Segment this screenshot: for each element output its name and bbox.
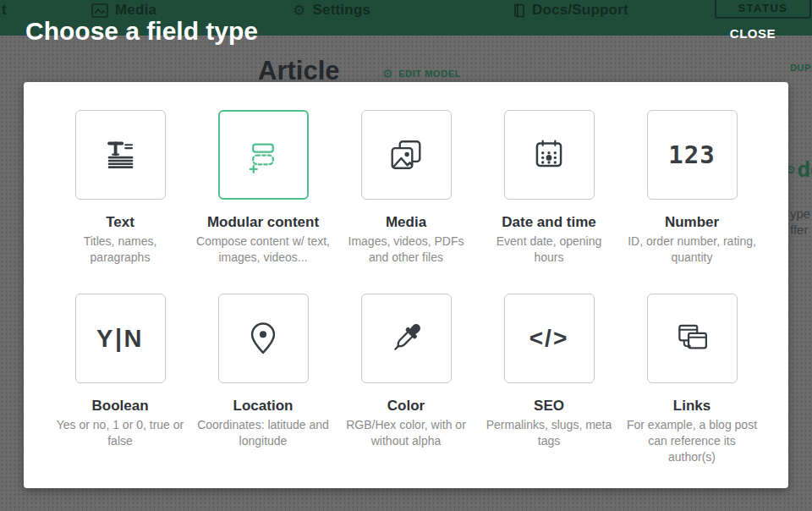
field-type-description: Permalinks, slugs, meta tags (482, 417, 616, 449)
field-type-icon-box: Y|N (75, 294, 166, 383)
text-icon (97, 132, 143, 178)
field-type-title: Media (386, 214, 426, 231)
field-type-color[interactable]: Color RGB/Hex color, with or without alp… (335, 294, 478, 465)
field-type-links[interactable]: Links For example, a blog post can refer… (621, 294, 764, 465)
field-type-icon-box (75, 110, 166, 200)
field-type-icon-box (218, 294, 309, 383)
field-type-title: Modular content (207, 214, 319, 231)
field-type-title: Boolean (91, 398, 148, 415)
field-type-icon-box (504, 110, 595, 200)
gear-icon: ⚙ (382, 68, 393, 80)
field-type-icon-box (647, 294, 738, 383)
field-type-grid: Text Titles, names, paragraphs Modular c… (24, 82, 788, 465)
field-type-description: Titles, names, paragraphs (53, 234, 187, 266)
field-type-modal: Text Titles, names, paragraphs Modular c… (24, 82, 788, 488)
edit-model-label: EDIT MODEL (398, 69, 461, 79)
nav-item-media[interactable]: Media (91, 2, 156, 19)
field-type-description: Compose content w/ text, images, videos.… (196, 234, 330, 266)
nav-item-label: Docs/Support (532, 2, 628, 19)
dialog-title: Choose a field type (25, 17, 258, 46)
nav-item-docs-support[interactable]: Docs/Support (513, 2, 628, 19)
field-type-date-and-time[interactable]: Date and time Event date, opening hours (478, 110, 621, 266)
field-type-description: Images, videos, PDFs and other files (339, 234, 473, 266)
field-type-text[interactable]: Text Titles, names, paragraphs (49, 110, 192, 266)
links-icon (669, 316, 715, 361)
nav-item-label: Settings (312, 2, 370, 19)
field-type-icon-box: </> (504, 294, 595, 383)
gear-icon: ⚙ (293, 3, 305, 18)
field-type-description: ID, order number, rating, quantity (625, 234, 759, 266)
field-type-title: Date and time (502, 214, 595, 231)
field-type-number[interactable]: 123 Number ID, order number, rating, qua… (621, 110, 764, 266)
field-type-title: Color (387, 398, 425, 415)
field-type-title: Location (233, 398, 294, 415)
background-fragment-ype: ype (790, 206, 810, 221)
field-type-icon-box: 123 (647, 110, 738, 200)
field-type-description: Coordinates: latitude and longitude (196, 417, 330, 449)
nav-item-label: Media (115, 2, 156, 19)
media-icon (383, 132, 429, 178)
modular-content-icon (240, 132, 286, 178)
field-type-boolean[interactable]: Y|N Boolean Yes or no, 1 or 0, true or f… (49, 294, 192, 465)
location-pin-icon (240, 316, 286, 361)
boolean-icon: Y|N (96, 327, 144, 351)
background-fragment-de: ⚙ de (786, 157, 812, 182)
screen: t Media ⚙ Settings Docs/Support STATUS (0, 0, 812, 511)
field-type-modular-content[interactable]: Modular content Compose content w/ text,… (192, 110, 335, 266)
close-button[interactable]: CLOSE (730, 26, 776, 41)
background-fragment-ffer: ffer (790, 223, 808, 237)
field-type-icon-box (361, 110, 452, 200)
edit-model-link[interactable]: ⚙ EDIT MODEL (382, 68, 461, 80)
field-type-description: Event date, opening hours (482, 234, 616, 266)
field-type-title: SEO (534, 398, 564, 415)
status-button[interactable]: STATUS (715, 0, 811, 19)
field-type-description: RGB/Hex color, with or without alpha (339, 417, 473, 449)
field-type-description: Yes or no, 1 or 0, true or false (53, 417, 187, 449)
nav-item-settings[interactable]: ⚙ Settings (293, 2, 370, 19)
field-type-title: Links (673, 398, 710, 415)
field-type-location[interactable]: Location Coordinates: latitude and longi… (192, 294, 335, 465)
duplicate-link-partial[interactable]: DUPLI (790, 63, 812, 73)
code-icon: </> (529, 327, 568, 350)
field-type-title: Text (106, 214, 134, 231)
eyedropper-icon (383, 316, 429, 361)
field-type-seo[interactable]: </> SEO Permalinks, slugs, meta tags (478, 294, 621, 465)
fragment-text: de (798, 157, 812, 182)
book-icon (513, 3, 525, 18)
field-type-media[interactable]: Media Images, videos, PDFs and other fil… (335, 110, 478, 266)
field-type-icon-box (361, 294, 452, 383)
field-type-description: For example, a blog post can reference i… (625, 417, 759, 465)
media-nav-icon (91, 3, 108, 18)
number-icon: 123 (668, 143, 715, 168)
calendar-icon (526, 132, 572, 178)
field-type-title: Number (665, 214, 719, 231)
nav-item-content-partial[interactable]: t (2, 2, 7, 19)
field-type-icon-box (218, 110, 309, 200)
